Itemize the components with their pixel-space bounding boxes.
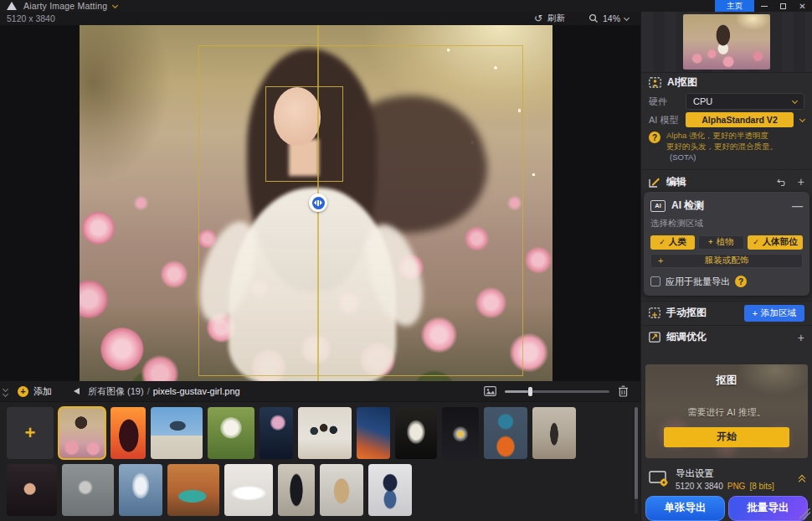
check-icon: ✓ — [659, 238, 666, 246]
thumbnail-teal-car[interactable] — [167, 464, 219, 516]
right-sidebar: AI抠图 硬件 CPU AI 模型 AlphaStandard V2 ? Alp… — [640, 12, 812, 521]
filmstrip-header: + 添加 所有图像 (19)/pixels-gustav-girl.png — [0, 381, 640, 402]
ai-detect-panel: AI AI 检测 — 选择检测区域 ✓人类 +植物 ✓人体部位 + 服装或配饰 … — [644, 192, 809, 296]
apply-batch-label: 应用于批量导出 — [666, 276, 730, 288]
export-settings-row[interactable]: 导出设置 5120 X 3840PNG[8 bits] — [641, 465, 812, 494]
apply-batch-checkbox[interactable] — [650, 276, 660, 286]
start-button[interactable]: 开始 — [664, 427, 789, 447]
manual-matting-icon — [649, 307, 660, 318]
refresh-icon[interactable]: ↺ — [534, 14, 542, 23]
help-icon[interactable]: ? — [735, 276, 747, 287]
thumbnail-veiled-woman[interactable] — [62, 464, 114, 516]
thumbnail-grid: + — [0, 402, 640, 516]
model-description: Alpha 强化，更好的半透明度 更好的头发，更好的混合质量。(SOTA) — [666, 130, 804, 162]
slider-thumb[interactable] — [528, 387, 532, 396]
breadcrumb-filename: pixels-gustav-girl.png — [153, 386, 240, 396]
detect-subtitle: 选择检测区域 — [650, 218, 803, 230]
thumbnail-beach-figure[interactable] — [532, 407, 576, 459]
thumbnail-dandelion[interactable] — [208, 407, 254, 459]
zoom-control[interactable]: 14% — [588, 13, 629, 23]
model-label: AI 模型 — [649, 114, 686, 126]
refine-icon — [649, 332, 660, 343]
hardware-label: 硬件 — [649, 95, 686, 108]
refresh-label[interactable]: 刷新 — [547, 13, 565, 24]
thumbnail-navy-jeans[interactable] — [368, 464, 412, 516]
plus-circle-icon: + — [18, 386, 28, 397]
edit-title: 编辑 — [666, 175, 686, 189]
maximize-button[interactable] — [773, 0, 793, 12]
thumbnail-beige-sweater[interactable] — [320, 464, 363, 516]
minimize-button[interactable] — [754, 0, 773, 12]
filmstrip-panel: + 添加 所有图像 (19)/pixels-gustav-girl.png + — [0, 381, 640, 521]
hardware-select[interactable]: CPU — [686, 93, 804, 110]
model-chevron-icon[interactable] — [799, 116, 805, 122]
thumbnail-blue-hair-woman[interactable] — [484, 407, 527, 459]
export-single-button[interactable]: 单张导出 — [645, 496, 725, 521]
add-edit-icon[interactable]: + — [798, 175, 804, 188]
delete-image-icon[interactable] — [618, 385, 629, 397]
image-dimensions: 5120 x 3840 — [7, 13, 55, 23]
section-edit: 编辑 + — [641, 172, 812, 191]
apply-batch-row: 应用于批量导出 ? — [650, 276, 803, 288]
zoom-chevron-icon — [624, 14, 630, 20]
add-region-button[interactable]: +添加区域 — [744, 305, 804, 322]
matting-card-hint: 需要进行 AI 推理。 — [645, 406, 808, 419]
detect-human-button[interactable]: ✓人类 — [650, 235, 695, 250]
thumbnail-neon-woman[interactable] — [357, 407, 390, 459]
add-image-tile[interactable]: + — [7, 407, 54, 459]
sota-tag: (SOTA) — [670, 152, 696, 162]
thumbnail-dark-flower[interactable] — [442, 407, 479, 459]
thumbnail-jellyfish[interactable] — [260, 407, 293, 459]
image-preview-thumbnail[interactable] — [683, 14, 770, 70]
export-batch-button[interactable]: 批量导出 — [728, 496, 808, 521]
collapse-filmstrip-icon[interactable] — [3, 387, 8, 396]
canvas-area — [0, 25, 640, 381]
thumbnail-white-dove[interactable] — [395, 407, 437, 459]
face-detection-box[interactable] — [265, 86, 343, 182]
thumbnail-scrollbar[interactable] — [635, 407, 638, 514]
help-icon[interactable]: ? — [649, 132, 660, 143]
thumbnail-girl-flowers[interactable] — [59, 407, 105, 459]
undo-icon[interactable] — [777, 178, 788, 186]
plus-icon: + — [753, 308, 758, 318]
zoom-value: 14% — [603, 13, 620, 23]
photo-canvas[interactable] — [80, 25, 552, 381]
export-buttons: 单张导出 批量导出 — [645, 496, 808, 521]
magnifier-icon — [588, 13, 599, 23]
close-button[interactable]: ✕ — [793, 0, 812, 12]
breadcrumb: 所有图像 (19)/pixels-gustav-girl.png — [88, 385, 240, 398]
thumbnail-size-slider[interactable] — [505, 390, 609, 393]
edit-icon — [649, 177, 660, 188]
thumbnail-praying-woman[interactable] — [119, 464, 162, 516]
thumbnail-dark-fashion[interactable] — [278, 464, 315, 516]
breadcrumb-all-images[interactable]: 所有图像 (19) — [88, 386, 144, 396]
thumbnail-orange-silhouette[interactable] — [110, 407, 146, 459]
home-button[interactable]: 主页 — [715, 0, 754, 12]
section-ai-matting: AI抠图 — [641, 73, 812, 92]
expand-export-icon[interactable] — [799, 476, 804, 482]
model-row: AI 模型 AlphaStandard V2 — [641, 111, 812, 129]
plus-icon: + — [658, 255, 663, 266]
workspace: 5120 x 3840 ↺ 刷新 14% — [0, 12, 640, 521]
detect-body-parts-button[interactable]: ✓人体部位 — [748, 235, 803, 250]
compare-slider-handle[interactable] — [309, 193, 327, 212]
ai-matting-icon — [649, 77, 661, 88]
back-arrow-icon[interactable] — [74, 388, 80, 395]
collapse-panel-icon[interactable]: — — [792, 202, 803, 210]
add-refine-icon[interactable]: + — [798, 331, 804, 344]
thumbnail-smiling-woman[interactable] — [7, 464, 57, 516]
app-menu-chevron-icon[interactable] — [112, 2, 118, 8]
model-select[interactable]: AlphaStandard V2 — [686, 112, 794, 127]
matting-action-card: 抠图 需要进行 AI 推理。 开始 — [645, 364, 808, 458]
person-detection-box[interactable] — [198, 45, 523, 376]
detect-plant-button[interactable]: +植物 — [698, 235, 744, 250]
maximize-icon — [780, 3, 786, 9]
thumbnail-jumping-group[interactable] — [298, 407, 352, 459]
title-bar: Aiarty Image Matting 主页 ✕ — [0, 0, 812, 12]
window-resize-grip[interactable] — [799, 508, 810, 519]
detect-clothing-button[interactable]: + 服装或配饰 — [650, 254, 803, 268]
thumbnail-white-sofa[interactable] — [224, 464, 273, 516]
refine-row: 细调优化 + — [641, 328, 812, 348]
add-images-button[interactable]: + 添加 — [18, 385, 52, 398]
thumbnail-skateboarder[interactable] — [151, 407, 203, 459]
